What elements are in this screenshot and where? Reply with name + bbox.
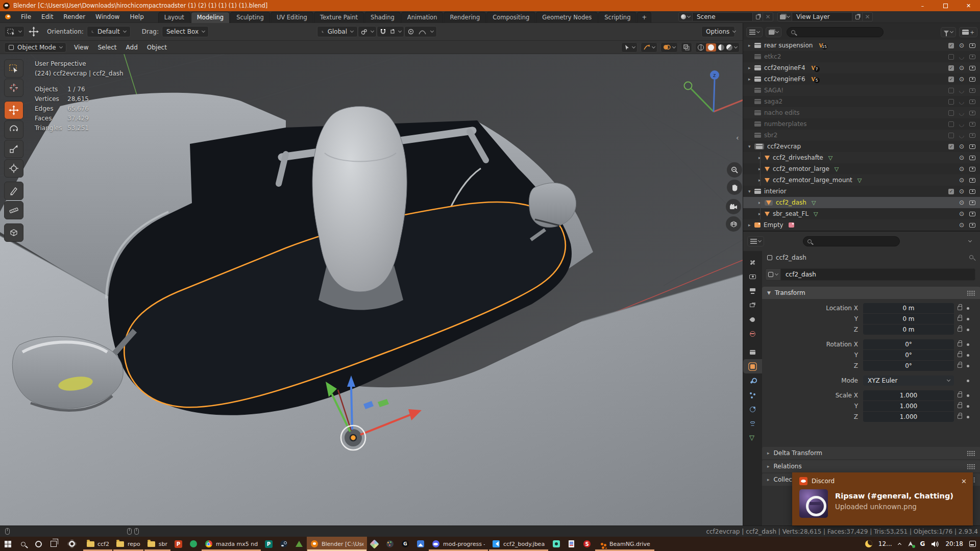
taskbar-app-powerpoint[interactable]: P: [171, 537, 186, 551]
camera-view-button[interactable]: [726, 199, 741, 214]
outliner-row-ccf2-emotor-large[interactable]: ▸ccf2_emotor_large▽⊙: [743, 163, 980, 174]
constraint-properties-tab[interactable]: [743, 416, 762, 431]
lock-icon[interactable]: [958, 306, 962, 310]
hide-eye-toggle[interactable]: ⊙: [959, 43, 964, 48]
outliner-row-numberplates[interactable]: numberplates◡: [743, 118, 980, 130]
lock-icon[interactable]: [958, 353, 962, 357]
tab-geometry-nodes[interactable]: Geometry Nodes: [536, 12, 598, 23]
expand-arrow[interactable]: ▾: [748, 144, 754, 149]
outliner-row-ccf2enginef4[interactable]: ▸ccf2engineF4V7✓⊙: [743, 62, 980, 73]
outliner-row-saga2[interactable]: saga2◡: [743, 96, 980, 107]
disable-render-camera-toggle[interactable]: [969, 178, 975, 183]
disable-render-camera-toggle[interactable]: [969, 66, 975, 70]
animate-dot[interactable]: [967, 380, 969, 382]
disable-render-camera-toggle[interactable]: [969, 144, 975, 149]
value-field[interactable]: 0°: [863, 361, 954, 371]
outliner-row-ccf2-dash[interactable]: ▸ccf2_dash▽⊙: [743, 197, 980, 208]
menu-edit[interactable]: Edit: [36, 12, 58, 22]
expand-arrow[interactable]: ▸: [758, 178, 765, 183]
value-field[interactable]: XYZ Euler: [863, 375, 954, 386]
disable-render-camera-toggle[interactable]: [969, 189, 975, 194]
view-layer-name-field[interactable]: View Layer: [792, 12, 852, 21]
physics-properties-tab[interactable]: [743, 402, 762, 416]
taskbar-search-button[interactable]: [15, 537, 31, 551]
transform-panel-header[interactable]: ▼ Transform: [762, 287, 980, 299]
new-collection-button[interactable]: +: [959, 27, 977, 37]
properties-search-input[interactable]: [803, 236, 900, 246]
disable-render-camera-toggle[interactable]: [969, 133, 975, 138]
outliner-row-ccf2-driveshafte[interactable]: ▸ccf2_driveshafte▽⊙: [743, 152, 980, 163]
pin-icon[interactable]: [969, 255, 973, 259]
hide-eye-toggle[interactable]: ◡: [959, 88, 964, 93]
lock-icon[interactable]: [958, 415, 962, 419]
outliner-row-ccf2evcrap[interactable]: ▾ccf2evcrap✓⊙: [743, 141, 980, 152]
close-button[interactable]: ✕: [957, 0, 980, 11]
night-light-icon[interactable]: [865, 540, 872, 547]
zoom-button[interactable]: [727, 162, 742, 178]
taskbar-app-palette[interactable]: [382, 537, 398, 551]
orthographic-toggle-button[interactable]: [726, 216, 741, 232]
hide-eye-toggle[interactable]: ◡: [959, 133, 964, 138]
settings-button[interactable]: [64, 537, 80, 551]
disable-render-camera-toggle[interactable]: [969, 77, 975, 82]
taskbar-app-beamng-drive-[interactable]: BeamNG.drive - ...: [595, 537, 655, 551]
view-layer-remove-button[interactable]: ✕: [863, 12, 873, 21]
value-field[interactable]: 0 m: [863, 314, 954, 324]
tab-shading[interactable]: Shading: [364, 12, 401, 23]
add-cube-tool[interactable]: [4, 223, 23, 242]
lock-icon[interactable]: [958, 328, 962, 332]
view-layer-properties-tab[interactable]: [743, 298, 762, 312]
hide-eye-toggle[interactable]: ◡: [959, 99, 964, 104]
expand-arrow[interactable]: ▸: [748, 43, 754, 48]
expand-arrow[interactable]: ▾: [748, 189, 754, 194]
hide-eye-toggle[interactable]: ⊙: [959, 178, 964, 183]
panel-drag-dots[interactable]: [967, 290, 975, 296]
animate-dot[interactable]: [967, 318, 969, 320]
clock[interactable]: 20:18: [945, 540, 963, 547]
task-view-button[interactable]: [46, 537, 61, 551]
value-field[interactable]: 1.000: [863, 401, 954, 411]
animate-dot[interactable]: [967, 394, 969, 397]
animate-dot[interactable]: [967, 354, 969, 357]
exclude-checkbox[interactable]: [948, 88, 954, 93]
exclude-checkbox[interactable]: ✓: [948, 77, 954, 82]
exclude-checkbox[interactable]: [948, 110, 954, 116]
transform-tool[interactable]: [4, 159, 23, 178]
taskbar-app-circle-green[interactable]: [186, 537, 201, 551]
disable-render-camera-toggle[interactable]: [969, 55, 975, 59]
expand-arrow[interactable]: ▸: [748, 222, 754, 228]
hide-eye-toggle[interactable]: ⊙: [959, 155, 964, 160]
taskbar-app-photos[interactable]: [413, 537, 428, 551]
taskbar-app-sbr[interactable]: sbr: [144, 537, 171, 551]
exclude-checkbox[interactable]: [948, 99, 954, 105]
taskbar-app-mazda-mx5-nd-d-[interactable]: mazda mx5 nd d...: [201, 537, 261, 551]
panel-drag-dots[interactable]: [967, 450, 975, 456]
xray-toggle[interactable]: [681, 42, 692, 53]
chevron-down-icon[interactable]: [968, 239, 972, 242]
proportional-edit-group[interactable]: [404, 26, 437, 37]
value-field[interactable]: 1.000: [863, 412, 954, 422]
panel-drag-dots[interactable]: [967, 464, 975, 469]
tab-animation[interactable]: Animation: [401, 12, 444, 23]
tab-sculpting[interactable]: Sculpting: [230, 12, 270, 23]
wireframe-shading-button[interactable]: [698, 44, 704, 51]
scene-properties-tab[interactable]: [743, 312, 762, 327]
disable-render-camera-toggle[interactable]: [969, 88, 975, 93]
exclude-checkbox[interactable]: ✓: [948, 65, 954, 71]
disable-render-camera-toggle[interactable]: [969, 111, 975, 115]
taskbar-app-paint[interactable]: [367, 537, 382, 551]
move-tool-active[interactable]: [4, 101, 23, 119]
minimize-button[interactable]: –: [911, 0, 934, 11]
pan-hand-button[interactable]: [727, 180, 742, 195]
mode-dropdown[interactable]: Object Mode: [4, 42, 66, 53]
hidden-icons-chevron[interactable]: [898, 543, 901, 546]
cursor-tool[interactable]: [4, 79, 23, 97]
render-properties-tab[interactable]: [743, 269, 762, 284]
panel-relations[interactable]: ▸Relations: [762, 460, 980, 472]
tab-modeling[interactable]: Modeling: [191, 12, 230, 23]
value-field[interactable]: 0 m: [863, 303, 954, 313]
tab-texture-paint[interactable]: Texture Paint: [314, 12, 364, 23]
tab-uv-editing[interactable]: UV Editing: [271, 12, 313, 23]
active-tool-button[interactable]: [4, 26, 24, 37]
taskbar-app-steam[interactable]: [276, 537, 291, 551]
